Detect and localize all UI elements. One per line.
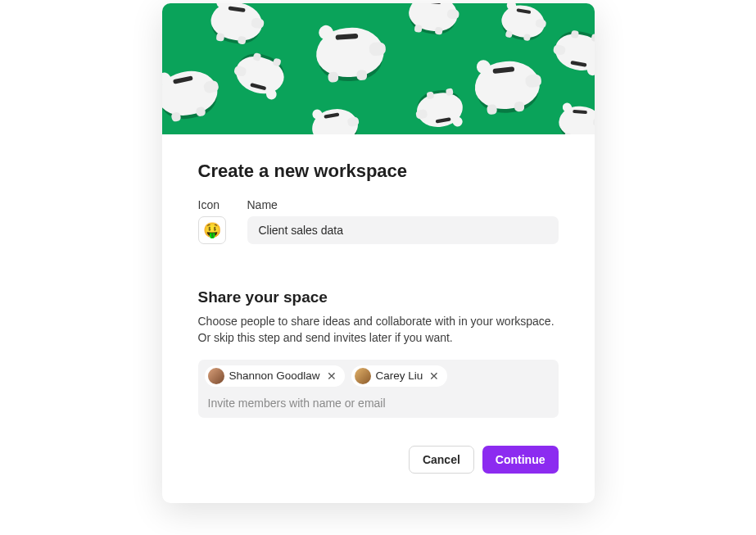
name-label: Name xyxy=(247,198,559,211)
continue-button[interactable]: Continue xyxy=(482,446,559,474)
member-chips: Shannon Goodlaw ✕ Carey Liu ✕ xyxy=(205,365,552,387)
dialog-content: Create a new workspace Icon 🤑 Name Share… xyxy=(162,134,595,503)
workspace-name-input[interactable] xyxy=(247,216,559,244)
avatar xyxy=(355,368,371,384)
invite-members-input[interactable] xyxy=(205,393,552,411)
member-input-box: Shannon Goodlaw ✕ Carey Liu ✕ xyxy=(198,360,559,418)
dialog-title: Create a new workspace xyxy=(198,161,559,182)
share-heading: Share your space xyxy=(198,288,559,306)
icon-label: Icon xyxy=(198,198,234,211)
hero-image xyxy=(162,3,595,134)
dialog-footer: Cancel Continue xyxy=(198,446,559,474)
member-chip[interactable]: Shannon Goodlaw ✕ xyxy=(205,365,345,387)
avatar xyxy=(208,368,224,384)
icon-picker-button[interactable]: 🤑 xyxy=(198,216,226,244)
member-name: Carey Liu xyxy=(376,370,423,382)
create-workspace-dialog: Create a new workspace Icon 🤑 Name Share… xyxy=(162,3,595,503)
share-section: Share your space Choose people to share … xyxy=(198,288,559,418)
member-chip[interactable]: Carey Liu ✕ xyxy=(351,365,448,387)
member-name: Shannon Goodlaw xyxy=(229,370,320,382)
name-column: Name xyxy=(247,198,559,244)
cancel-button[interactable]: Cancel xyxy=(409,446,474,474)
workspace-form-row: Icon 🤑 Name xyxy=(198,198,559,244)
workspace-emoji-icon: 🤑 xyxy=(203,221,221,239)
share-description: Choose people to share ideas and collabo… xyxy=(198,313,559,347)
close-icon[interactable]: ✕ xyxy=(428,370,441,382)
close-icon[interactable]: ✕ xyxy=(325,370,338,382)
icon-column: Icon 🤑 xyxy=(198,198,234,244)
